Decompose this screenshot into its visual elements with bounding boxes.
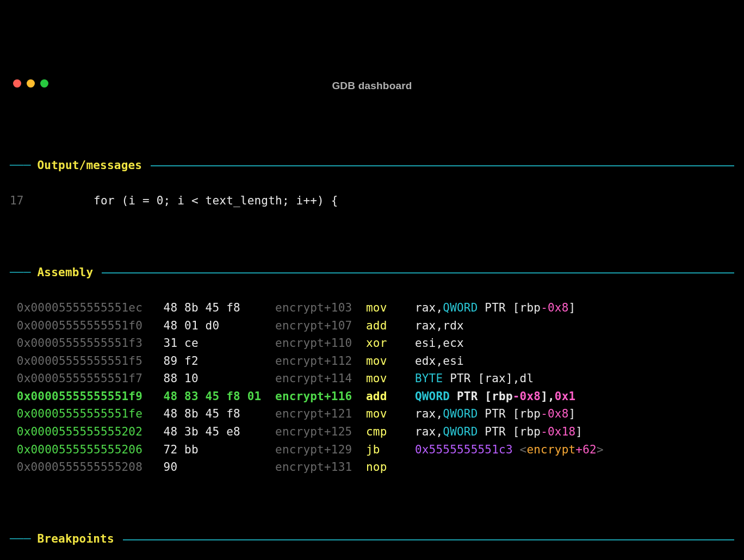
asm-operand: rax,rdx [415, 319, 464, 332]
rule-right [102, 272, 734, 273]
zoom-icon[interactable] [40, 79, 48, 88]
section-label: Assembly [38, 264, 94, 282]
section-breakpoints: ─── Breakpoints [10, 530, 734, 548]
asm-loc: encrypt+110 [275, 337, 359, 350]
asm-op: add [359, 319, 401, 332]
asm-addr: 0x00005555555551ec [10, 301, 157, 314]
asm-op: jb [359, 443, 401, 456]
asm-op: mov [359, 372, 401, 385]
section-label: Breakpoints [38, 530, 114, 548]
assembly-listing: 0x00005555555551ec 48 8b 45 f8 encrypt+1… [10, 299, 734, 476]
rule-left: ─── [10, 530, 31, 548]
asm-operand: 0x5555555551c3 [415, 443, 513, 456]
section-assembly: ─── Assembly [10, 264, 734, 282]
asm-operand: ], [541, 390, 555, 403]
asm-bytes: 31 ce [157, 337, 275, 350]
asm-op: mov [359, 354, 401, 368]
asm-addr: 0x0000555555555202 [10, 425, 157, 438]
asm-bytes: 88 10 [157, 372, 275, 385]
section-output: ─── Output/messages [10, 157, 734, 175]
asm-addr: 0x0000555555555206 [10, 443, 157, 456]
asm-op: xor [359, 337, 401, 350]
asm-operand: QWORD [443, 407, 478, 420]
asm-row: 0x0000555555555202 48 3b 45 e8 encrypt+1… [10, 423, 734, 441]
minimize-icon[interactable] [27, 79, 35, 88]
asm-operand: PTR [rbp [478, 301, 541, 314]
window-title: GDB dashboard [332, 78, 412, 94]
asm-operand: esi,ecx [415, 337, 464, 350]
asm-loc: encrypt+129 [275, 443, 359, 456]
asm-addr: 0x00005555555551f3 [10, 337, 157, 350]
asm-operand: 0x1 [555, 390, 576, 403]
asm-operand: PTR [rbp [450, 390, 513, 403]
asm-loc: encrypt+103 [275, 301, 359, 314]
traffic-lights [13, 79, 48, 88]
asm-operand: ] [569, 407, 576, 420]
rule-left: ─── [10, 264, 31, 282]
asm-op: nop [359, 461, 401, 474]
asm-row: 0x00005555555551f3 31 ce encrypt+110 xor… [10, 334, 734, 352]
asm-loc: encrypt+116 [275, 390, 359, 403]
asm-op: mov [359, 407, 401, 420]
asm-operand: rax, [415, 425, 443, 438]
asm-bytes: 72 bb [157, 443, 275, 456]
lineno: 17 [10, 194, 24, 207]
close-icon[interactable] [13, 79, 21, 88]
asm-row: 0x00005555555551fe 48 8b 45 f8 encrypt+1… [10, 405, 734, 423]
asm-addr: 0x00005555555551fe [10, 407, 157, 420]
asm-bytes: 48 83 45 f8 01 [157, 390, 275, 403]
asm-row: 0x00005555555551f5 89 f2 encrypt+112 mov… [10, 352, 734, 370]
asm-operand: ] [569, 301, 576, 314]
asm-loc: encrypt+121 [275, 407, 359, 420]
asm-bytes: 48 01 d0 [157, 319, 275, 332]
asm-row: 0x00005555555551f9 48 83 45 f8 01 encryp… [10, 388, 734, 406]
asm-loc: encrypt+131 [275, 461, 359, 474]
asm-loc: encrypt+107 [275, 319, 359, 332]
asm-bytes: 90 [157, 461, 275, 474]
asm-op: mov [359, 301, 401, 314]
asm-bytes: 48 8b 45 f8 [157, 301, 275, 314]
asm-operand: -0x8 [513, 390, 541, 403]
asm-operand: +62 [575, 443, 597, 456]
asm-operand: QWORD [443, 301, 478, 314]
asm-row: 0x0000555555555208 90 encrypt+131 nop [10, 458, 734, 476]
asm-row: 0x00005555555551f0 48 01 d0 encrypt+107 … [10, 317, 734, 335]
asm-op: cmp [359, 425, 401, 438]
asm-operand: rax, [415, 407, 443, 420]
asm-row: 0x00005555555551ec 48 8b 45 f8 encrypt+1… [10, 299, 734, 317]
asm-loc: encrypt+125 [275, 425, 359, 438]
asm-operand: -0x8 [541, 407, 568, 420]
asm-operand: edx,esi [415, 354, 464, 368]
asm-bytes: 89 f2 [157, 354, 275, 368]
asm-row: 0x0000555555555206 72 bb encrypt+129 jb … [10, 441, 734, 459]
asm-row: 0x00005555555551f7 88 10 encrypt+114 mov… [10, 370, 734, 388]
asm-operand: -0x18 [541, 425, 575, 438]
asm-operand: PTR [rbp [478, 407, 541, 420]
output-line: 17 for (i = 0; i < text_length; i++) { [10, 192, 734, 210]
asm-operand: < [513, 443, 527, 456]
rule-right [151, 165, 734, 166]
asm-operand: -0x8 [541, 301, 568, 314]
asm-operand: rax, [415, 301, 443, 314]
rule-right [123, 539, 734, 540]
asm-op: add [359, 390, 401, 403]
asm-operand: BYTE [415, 372, 443, 385]
asm-operand: > [597, 443, 604, 456]
section-label: Output/messages [38, 157, 142, 175]
asm-addr: 0x00005555555551f7 [10, 372, 157, 385]
asm-operand: encrypt [526, 443, 575, 456]
asm-addr: 0x00005555555551f9 [10, 390, 157, 403]
asm-addr: 0x00005555555551f5 [10, 354, 157, 368]
asm-addr: 0x0000555555555208 [10, 461, 157, 474]
asm-loc: encrypt+114 [275, 372, 359, 385]
asm-operand: PTR [rbp [478, 425, 541, 438]
asm-loc: encrypt+112 [275, 354, 359, 368]
asm-bytes: 48 3b 45 e8 [157, 425, 275, 438]
rule-left: ─── [10, 157, 31, 175]
asm-operand: QWORD [415, 390, 450, 403]
code: for (i = 0; i < text_length; i++) { [24, 194, 338, 207]
asm-operand: ] [575, 425, 582, 438]
title-bar: GDB dashboard [10, 76, 734, 96]
asm-bytes: 48 8b 45 f8 [157, 407, 275, 420]
asm-operand: PTR [rax],dl [443, 372, 534, 385]
